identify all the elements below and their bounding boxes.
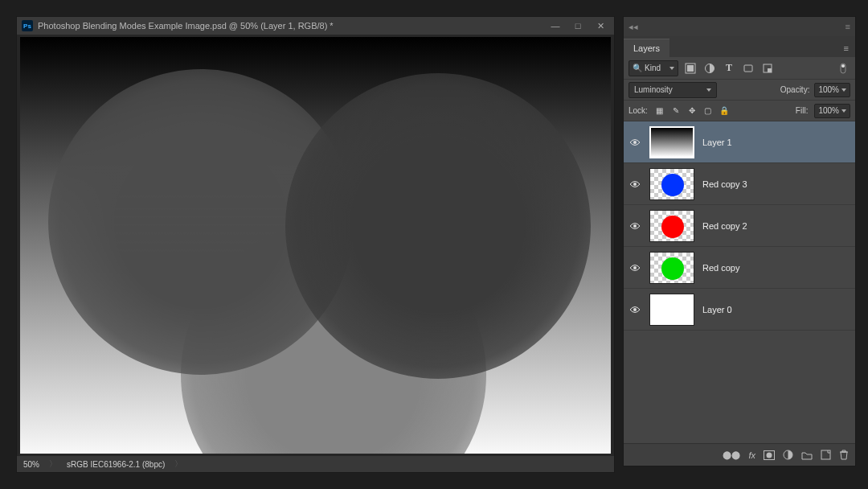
panel-collapse-icon[interactable]: ◂◂: [628, 22, 638, 32]
add-mask-icon[interactable]: [764, 450, 775, 460]
panel-menu-icon[interactable]: ≡: [837, 39, 855, 57]
svg-rect-1: [687, 65, 694, 72]
opacity-value: 100%: [818, 85, 839, 94]
layer-filter-row: 🔍 T: [624, 57, 855, 80]
svg-rect-16: [821, 450, 830, 459]
canvas[interactable]: [20, 37, 611, 454]
chevron-down-icon: [841, 109, 846, 113]
layer-item[interactable]: Red copy 2: [624, 205, 855, 247]
blend-mode-select[interactable]: Luminosity: [628, 82, 717, 98]
visibility-toggle[interactable]: [628, 261, 641, 274]
svg-point-11: [633, 266, 637, 269]
photoshop-icon: Ps: [22, 20, 33, 31]
layer-name[interactable]: Red copy: [702, 263, 739, 273]
svg-rect-3: [744, 65, 752, 72]
search-icon: 🔍: [633, 64, 642, 72]
visibility-toggle[interactable]: [628, 178, 641, 191]
chevron-down-icon: [706, 88, 711, 92]
layer-thumbnail[interactable]: [649, 252, 694, 284]
visibility-toggle[interactable]: [628, 303, 641, 316]
document-title: Photoshop Blending Modes Example Image.p…: [38, 21, 542, 31]
filter-adjustment-icon[interactable]: [702, 61, 717, 76]
lock-icons: ▦ ✎ ✥ ▢ 🔒: [654, 106, 730, 115]
layer-list[interactable]: Layer 1 Red copy 3 Red copy 2 Red copy: [624, 121, 855, 443]
svg-point-7: [841, 64, 845, 68]
panel-drag-icon[interactable]: ≡: [845, 22, 850, 31]
layers-panel: ◂◂ ≡ Layers ≡ 🔍 T Luminos: [623, 16, 856, 466]
blue-circle: [285, 73, 591, 379]
document-titlebar[interactable]: Ps Photoshop Blending Modes Example Imag…: [17, 17, 614, 35]
link-layers-icon[interactable]: ⬤⬤: [723, 450, 740, 459]
layer-name[interactable]: Layer 1: [702, 138, 732, 147]
svg-rect-5: [768, 68, 772, 72]
svg-point-8: [633, 141, 637, 144]
fill-input[interactable]: 100%: [814, 104, 850, 118]
statusbar-separator: 〉: [49, 458, 57, 470]
layer-thumbnail[interactable]: [649, 294, 694, 326]
filter-toggle-icon[interactable]: [836, 61, 850, 76]
panel-header[interactable]: ◂◂ ≡: [624, 17, 855, 36]
new-group-icon[interactable]: [801, 450, 813, 460]
lock-row: Lock: ▦ ✎ ✥ ▢ 🔒 Fill: 100%: [624, 101, 855, 121]
fill-label: Fill:: [796, 106, 809, 115]
maximize-button[interactable]: □: [569, 20, 587, 31]
blend-mode-value: Luminosity: [634, 85, 673, 94]
layer-thumbnail[interactable]: [649, 126, 694, 158]
layer-item[interactable]: Layer 1: [624, 121, 855, 163]
svg-point-12: [633, 308, 637, 311]
visibility-toggle[interactable]: [628, 220, 641, 232]
lock-transparency-icon[interactable]: ▦: [654, 106, 665, 115]
chevron-down-icon: [669, 67, 674, 70]
new-layer-icon[interactable]: [821, 450, 831, 460]
layer-item[interactable]: Red copy 3: [624, 163, 855, 205]
blend-options-row: Luminosity Opacity: 100%: [624, 80, 855, 101]
layer-name[interactable]: Layer 0: [702, 305, 732, 314]
layer-thumbnail[interactable]: [649, 210, 694, 242]
lock-all-icon[interactable]: 🔒: [719, 106, 730, 115]
zoom-level[interactable]: 50%: [23, 460, 39, 469]
minimize-button[interactable]: —: [547, 20, 564, 31]
svg-point-10: [633, 224, 637, 228]
fill-value: 100%: [818, 106, 839, 115]
document-statusbar: 50% 〉 sRGB IEC61966-2.1 (8bpc) 〉: [17, 456, 614, 472]
lock-label: Lock:: [628, 106, 648, 115]
close-button[interactable]: ✕: [592, 20, 609, 31]
lock-position-icon[interactable]: ✥: [686, 106, 698, 115]
filter-smartobject-icon[interactable]: [760, 61, 775, 76]
opacity-label: Opacity:: [780, 85, 810, 94]
layer-effects-icon[interactable]: fx: [748, 450, 755, 460]
delete-layer-icon[interactable]: [839, 450, 849, 460]
filter-type-icon[interactable]: T: [722, 61, 736, 76]
tab-layers[interactable]: Layers: [624, 39, 669, 57]
color-profile[interactable]: sRGB IEC61966-2.1 (8bpc): [67, 460, 165, 469]
statusbar-separator: 〉: [174, 458, 182, 470]
layer-item[interactable]: Layer 0: [624, 289, 855, 331]
chevron-down-icon: [841, 88, 846, 92]
filter-pixel-icon[interactable]: [683, 61, 698, 76]
layers-panel-footer: ⬤⬤ fx: [624, 443, 855, 466]
panel-tabs: Layers ≡: [624, 36, 855, 57]
layer-thumbnail[interactable]: [649, 168, 694, 200]
document-window: Ps Photoshop Blending Modes Example Imag…: [16, 16, 615, 473]
filter-kind-input[interactable]: [645, 64, 667, 72]
lock-artboard-icon[interactable]: ▢: [702, 106, 714, 115]
layer-name[interactable]: Red copy 3: [702, 179, 747, 189]
new-adjustment-icon[interactable]: [783, 450, 793, 460]
canvas-viewport[interactable]: [17, 35, 614, 456]
svg-point-9: [633, 183, 637, 186]
filter-shape-icon[interactable]: [741, 61, 755, 76]
filter-kind-dropdown[interactable]: 🔍: [628, 60, 678, 76]
visibility-toggle[interactable]: [628, 136, 641, 149]
opacity-input[interactable]: 100%: [814, 83, 850, 97]
svg-point-14: [767, 452, 772, 458]
layer-item[interactable]: Red copy: [624, 247, 855, 289]
lock-pixels-icon[interactable]: ✎: [670, 106, 682, 115]
layer-name[interactable]: Red copy 2: [702, 221, 747, 231]
